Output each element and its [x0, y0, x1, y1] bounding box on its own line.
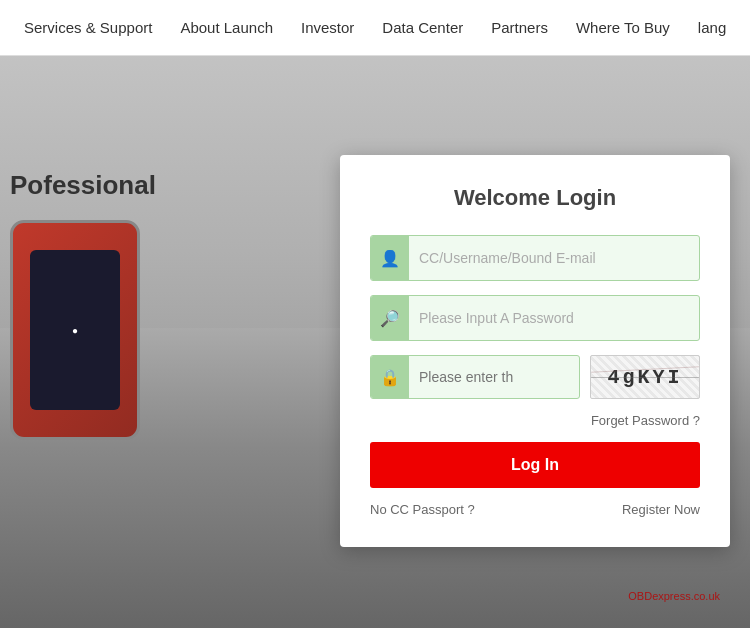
nav-investor[interactable]: Investor [287, 19, 368, 36]
navigation: Services & Support About Launch Investor… [0, 0, 750, 56]
nav-where-to-buy[interactable]: Where To Buy [562, 19, 684, 36]
login-card: Welcome Login 👤 🔎 🔒 4gKYI Forget Passwor… [340, 155, 730, 547]
username-field-row: 👤 [370, 235, 700, 281]
watermark: OBDexpress.co.uk [628, 590, 720, 602]
nav-services-support[interactable]: Services & Support [10, 19, 166, 36]
hero-prefix: P [10, 170, 27, 200]
nav-about-launch[interactable]: About Launch [166, 19, 287, 36]
captcha-image[interactable]: 4gKYI [590, 355, 700, 399]
register-link[interactable]: Register Now [622, 502, 700, 517]
captcha-row: 🔒 4gKYI [370, 355, 700, 399]
device-screen-label: ● [72, 325, 78, 336]
bottom-links: No CC Passport ? Register Now [370, 502, 700, 517]
hero-suffix: ofessional [27, 170, 156, 200]
hero-text: Pofessional [10, 170, 156, 201]
captcha-input-group: 🔒 [370, 355, 580, 399]
nav-data-center[interactable]: Data Center [368, 19, 477, 36]
password-icon: 🔎 [371, 296, 409, 340]
device-screen: ● [30, 250, 120, 410]
password-field-row: 🔎 [370, 295, 700, 341]
username-input[interactable] [409, 236, 699, 280]
captcha-input[interactable] [409, 355, 580, 399]
user-icon: 👤 [371, 236, 409, 280]
no-passport-link[interactable]: No CC Passport ? [370, 502, 475, 517]
nav-lang[interactable]: lang [684, 19, 740, 36]
login-title: Welcome Login [370, 185, 700, 211]
password-input[interactable] [409, 296, 699, 340]
lock-icon: 🔒 [371, 355, 409, 399]
captcha-code: 4gKYI [607, 366, 682, 389]
nav-partners[interactable]: Partners [477, 19, 562, 36]
forget-password-link[interactable]: Forget Password ? [370, 413, 700, 428]
login-button[interactable]: Log In [370, 442, 700, 488]
device-image: ● [10, 220, 140, 440]
